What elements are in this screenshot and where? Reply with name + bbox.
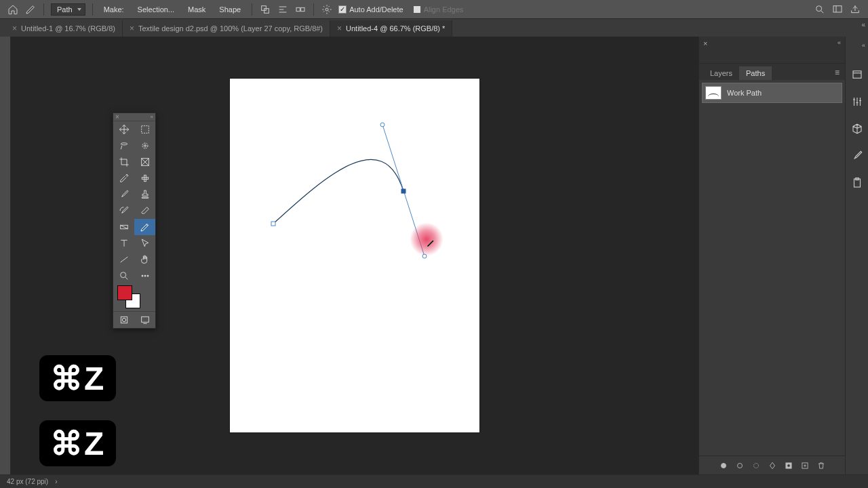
- make-selection-button[interactable]: Selection...: [134, 4, 178, 15]
- stamp-tool[interactable]: [134, 186, 155, 203]
- arrange-icon[interactable]: [294, 3, 307, 16]
- status-info: 42 px (72 ppi): [7, 478, 48, 485]
- svg-rect-12: [141, 126, 149, 134]
- svg-rect-6: [833, 5, 842, 12]
- make-mask-button[interactable]: Mask: [184, 4, 210, 15]
- pen-tool-icon[interactable]: [24, 3, 37, 16]
- svg-rect-1: [264, 8, 269, 13]
- svg-rect-0: [262, 5, 267, 10]
- share-icon[interactable]: [849, 3, 861, 16]
- gradient-tool[interactable]: [113, 219, 134, 235]
- tab-paths[interactable]: Paths: [739, 66, 772, 80]
- svg-rect-2: [296, 7, 300, 11]
- svg-point-11: [422, 254, 427, 258]
- collapse-icon[interactable]: «: [837, 39, 841, 46]
- svg-point-23: [122, 318, 125, 321]
- home-icon[interactable]: [7, 3, 19, 16]
- pen-tool[interactable]: [134, 219, 155, 235]
- keystroke-overlay: ⌘Z: [39, 420, 116, 466]
- svg-point-21: [147, 275, 149, 277]
- make-shape-button[interactable]: Shape: [215, 4, 245, 15]
- panel-menu-icon[interactable]: ≡: [829, 65, 845, 80]
- svg-point-19: [142, 275, 143, 277]
- svg-rect-3: [301, 7, 304, 11]
- quick-mask-tool[interactable]: [113, 312, 134, 328]
- history-brush-tool[interactable]: [113, 203, 134, 219]
- make-label: Make:: [100, 4, 128, 15]
- path-thumbnail: [705, 86, 722, 100]
- svg-rect-9: [401, 189, 406, 193]
- svg-point-26: [737, 463, 742, 468]
- type-tool[interactable]: [113, 235, 134, 251]
- adjustments-icon[interactable]: [850, 95, 864, 108]
- zoom-tool[interactable]: [113, 268, 134, 284]
- trash-icon[interactable]: [816, 461, 826, 470]
- align-icon[interactable]: [277, 3, 289, 16]
- swatches-icon[interactable]: [850, 149, 864, 163]
- collapse-icon[interactable]: «: [861, 21, 865, 28]
- svg-point-27: [753, 463, 758, 468]
- svg-point-18: [120, 272, 125, 278]
- close-icon[interactable]: ×: [703, 39, 707, 47]
- move-tool[interactable]: [113, 121, 134, 138]
- tab-layers[interactable]: Layers: [703, 66, 739, 80]
- stroke-path-icon[interactable]: [735, 461, 745, 470]
- close-icon[interactable]: ×: [12, 24, 17, 33]
- workspace-icon[interactable]: [831, 3, 844, 16]
- path-op-icon[interactable]: [259, 3, 271, 16]
- document-tab[interactable]: ×Untitled-4 @ 66.7% (RGB/8) *: [330, 20, 452, 37]
- selection-from-path-icon[interactable]: [751, 461, 761, 470]
- document-tabs: ×Untitled-1 @ 16.7% (RGB/8) ×Textile des…: [0, 19, 868, 37]
- new-path-icon[interactable]: [800, 461, 810, 470]
- more-tools[interactable]: [134, 268, 155, 284]
- canvas[interactable]: [230, 79, 479, 432]
- close-icon[interactable]: ×: [115, 113, 119, 121]
- collapse-icon[interactable]: «: [151, 114, 153, 120]
- marquee-tool[interactable]: [134, 121, 155, 138]
- brush-tool[interactable]: [113, 186, 134, 203]
- options-bar: Path Make: Selection... Mask Shape Auto …: [0, 0, 868, 19]
- path-from-selection-icon[interactable]: [768, 461, 777, 470]
- close-icon[interactable]: ×: [130, 24, 134, 33]
- clipboard-icon[interactable]: [850, 176, 864, 190]
- crop-tool[interactable]: [113, 154, 134, 170]
- svg-rect-16: [144, 175, 146, 181]
- gear-icon[interactable]: [321, 3, 333, 16]
- document-tab[interactable]: ×Textile design d2.psd @ 100% (Layer 27 …: [123, 20, 330, 37]
- libraries-icon[interactable]: [850, 68, 864, 81]
- svg-point-29: [787, 464, 790, 467]
- lasso-tool[interactable]: [113, 138, 134, 154]
- quick-select-tool[interactable]: [134, 138, 155, 154]
- path-item[interactable]: Work Path: [702, 83, 842, 103]
- document-tab[interactable]: ×Untitled-1 @ 16.7% (RGB/8): [5, 20, 123, 37]
- svg-rect-24: [141, 317, 149, 322]
- align-edges-checkbox: Align Edges: [409, 4, 468, 15]
- svg-rect-31: [853, 71, 861, 79]
- heal-tool[interactable]: [134, 170, 155, 186]
- canvas-area: ×«: [0, 37, 698, 474]
- eyedropper-tool[interactable]: [113, 170, 134, 186]
- frame-tool[interactable]: [134, 154, 155, 170]
- ruler: [0, 37, 11, 474]
- hand-tool[interactable]: [134, 251, 155, 268]
- 3d-icon[interactable]: [850, 122, 864, 136]
- eraser-tool[interactable]: [134, 203, 155, 219]
- status-chevron-icon[interactable]: ›: [55, 478, 57, 485]
- collapse-icon[interactable]: «: [862, 42, 865, 49]
- shape-tool[interactable]: [113, 251, 134, 268]
- svg-point-5: [816, 5, 822, 11]
- foreground-color[interactable]: [117, 285, 132, 300]
- mask-icon[interactable]: [784, 461, 793, 470]
- auto-add-delete-checkbox[interactable]: Auto Add/Delete: [338, 5, 403, 14]
- fill-path-icon[interactable]: [719, 461, 728, 470]
- close-icon[interactable]: ×: [337, 24, 342, 33]
- svg-point-25: [721, 463, 726, 468]
- mode-dropdown[interactable]: Path: [51, 3, 85, 16]
- svg-point-10: [380, 123, 384, 127]
- screen-mode-tool[interactable]: [134, 312, 155, 328]
- search-icon[interactable]: [814, 3, 826, 16]
- path-select-tool[interactable]: [134, 235, 155, 251]
- svg-point-20: [144, 275, 146, 277]
- toolbox: ×«: [113, 113, 156, 329]
- collapsed-panels: «: [845, 37, 868, 474]
